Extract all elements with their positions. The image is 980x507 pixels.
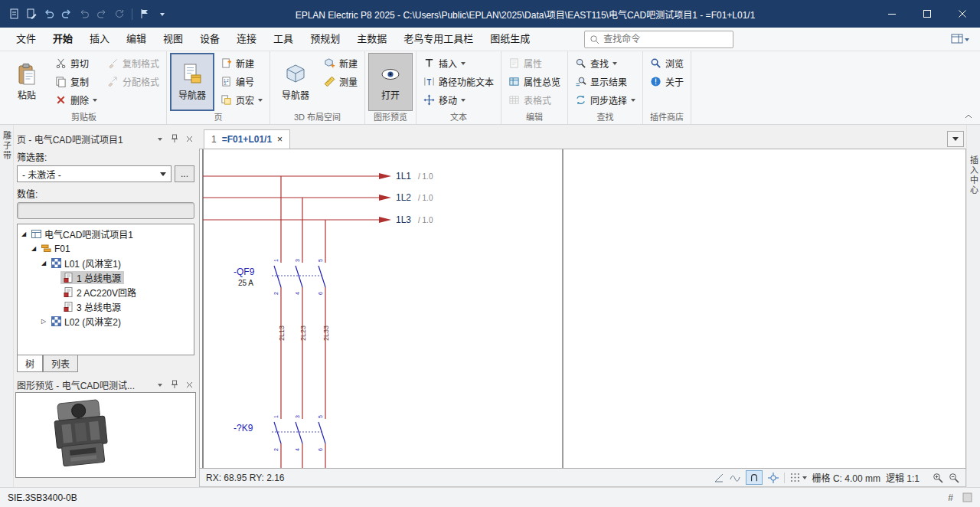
delete-button[interactable]: 删除 [51,90,101,109]
qat-customize-caret-icon[interactable] [155,6,170,21]
notification-icon[interactable] [962,492,972,502]
sync-selection-button[interactable]: 同步选择 [571,90,639,109]
workspace-layout-button[interactable] [951,34,972,44]
value-input[interactable] [17,202,194,219]
property-overview-button[interactable]: 属性总览 [505,72,564,90]
page-macro-button[interactable]: 页宏 [217,90,266,109]
page-navigator-icon [182,63,202,86]
wire-label: 2L33 [322,325,330,341]
space3d-new-button[interactable]: 新建 [320,54,361,72]
path-function-text-button[interactable]: 路径功能文本 [420,72,498,90]
zoom-in-icon[interactable] [933,473,943,483]
panel-menu-caret-icon[interactable] [155,379,165,390]
find-button[interactable]: 查找 [571,54,639,72]
filter-dropdown[interactable]: - 未激活 - [17,165,172,182]
copy-button[interactable]: 复制 [51,72,101,90]
close-panel-icon[interactable] [184,133,194,144]
tree-item-page-1[interactable]: 1 总线电源 [18,270,194,285]
show-results-button[interactable]: 显示结果 [571,72,639,90]
cut-button[interactable]: 剪切 [51,54,101,72]
pin-icon[interactable] [169,379,180,390]
close-panel-icon[interactable] [184,379,194,390]
scissors-icon [55,57,67,69]
curve-mode-icon[interactable] [730,473,740,483]
breaker-symbol[interactable]: 1 2 3 4 5 6 -QF9 25 A [234,259,325,295]
undo-icon[interactable] [41,6,57,21]
terminal-number: 5 [318,415,323,418]
text-insert-button[interactable]: 插入 [420,54,498,72]
ribbon-group-find: 查找 显示结果 同步选择 查找 [568,51,643,124]
move-caret-icon [461,99,466,104]
text-insert-label: 插入 [439,57,457,70]
maximize-button[interactable] [910,0,945,28]
new-cube-icon [324,57,335,69]
pin-icon[interactable] [169,133,180,144]
tab-tree[interactable]: 树 [17,355,43,372]
measure-button[interactable]: 测量 [320,72,361,90]
angle-snap-icon[interactable] [714,473,724,483]
page-navigator-button[interactable]: 导航器 [170,53,214,111]
redo-icon[interactable] [59,6,74,21]
tree-item-project[interactable]: ◢ 电气CAD吧测试项目1 [18,227,194,241]
zoom-out-icon[interactable] [949,473,959,483]
menu-tab-device[interactable]: 设备 [191,28,228,51]
menu-tab-preplanning[interactable]: 预规划 [302,28,348,51]
menu-tab-sheet-generation[interactable]: 图纸生成 [482,28,538,51]
space3d-group-label: 3D 布局空间 [273,111,361,124]
menu-tab-edit[interactable]: 编辑 [118,28,155,51]
tree-item-f01[interactable]: ◢ F01 [18,241,194,256]
filter-more-button[interactable]: ... [175,165,194,182]
tab-list[interactable]: 列表 [43,355,78,372]
grid-options-button[interactable] [790,473,807,482]
tree-item-l02[interactable]: ▷ L02 (风淋室2) [18,314,194,329]
menu-tab-masterdata[interactable]: 主数据 [348,28,395,51]
browse-store-button[interactable]: 浏览 [646,54,688,72]
contactor-symbol[interactable]: 1 2 3 4 5 6 -?K9 [234,415,325,451]
tree-item-page-3[interactable]: 3 总线电源 [18,299,194,314]
structure-icon [41,244,51,254]
browse-store-label: 浏览 [665,57,684,70]
project-flag-icon[interactable] [137,6,152,21]
delete-label: 删除 [70,93,89,106]
search-input[interactable] [603,34,728,44]
expander-icon[interactable]: ◢ [39,256,48,270]
schematic-canvas[interactable]: 1L1 / 1.0 1L2 / 1.0 1L3 / 1.0 [199,149,966,469]
expander-icon[interactable]: ◢ [19,227,28,241]
filter-label: 筛选器: [17,150,194,163]
command-search-box[interactable] [584,31,733,48]
cursor-coordinates: RX: 68.95 RY: 2.16 [206,473,285,483]
snap-toggle-button[interactable] [746,470,763,485]
move-button[interactable]: 移动 [420,90,498,109]
menu-tab-insert[interactable]: 插入 [81,28,118,51]
expander-icon[interactable]: ▷ [39,314,48,329]
expander-icon[interactable]: ◢ [29,241,38,256]
panel-menu-caret-icon[interactable] [155,133,165,144]
page-numbering-button[interactable]: 1,23.. 编号 [217,72,266,90]
space3d-navigator-button[interactable]: 导航器 [273,53,318,111]
menu-tab-view[interactable]: 视图 [155,28,191,51]
document-tab[interactable]: 1 =F01+L01/1 × [204,129,290,149]
left-dock-tab[interactable]: 雕子带 [1,131,13,487]
collapse-ribbon-button[interactable] [962,110,975,121]
tree-item-page-2[interactable]: 2 AC220V回路 [18,285,194,299]
new-document-icon[interactable] [6,6,21,21]
paste-button[interactable]: 粘贴 [5,53,49,111]
tab-list-button[interactable] [947,131,964,147]
menu-tab-connect[interactable]: 连接 [228,28,265,51]
copy-format-button: 复制格式 [103,54,163,72]
menu-tab-tools[interactable]: 工具 [265,28,302,51]
close-button[interactable] [945,0,980,28]
menu-tab-home[interactable]: 开始 [44,28,81,51]
page-tree[interactable]: ◢ 电气CAD吧测试项目1 ◢ F01 [17,224,194,355]
open-document-icon[interactable] [24,6,39,21]
page-new-button[interactable]: 新建 [217,54,266,72]
open-preview-button[interactable]: 打开 [368,53,413,111]
about-store-button[interactable]: 关于 [646,72,688,90]
insert-center-tab[interactable]: 插入中心 [968,155,980,487]
tree-item-l01[interactable]: ◢ L01 (风淋室1) [18,256,194,270]
menu-tab-file[interactable]: 文件 [8,28,44,51]
minimize-button[interactable] [874,0,910,28]
crosshair-icon[interactable] [768,473,779,483]
close-tab-icon[interactable]: × [277,134,283,145]
menu-tab-custom-toolbar[interactable]: 老鸟专用工具栏 [395,28,482,51]
